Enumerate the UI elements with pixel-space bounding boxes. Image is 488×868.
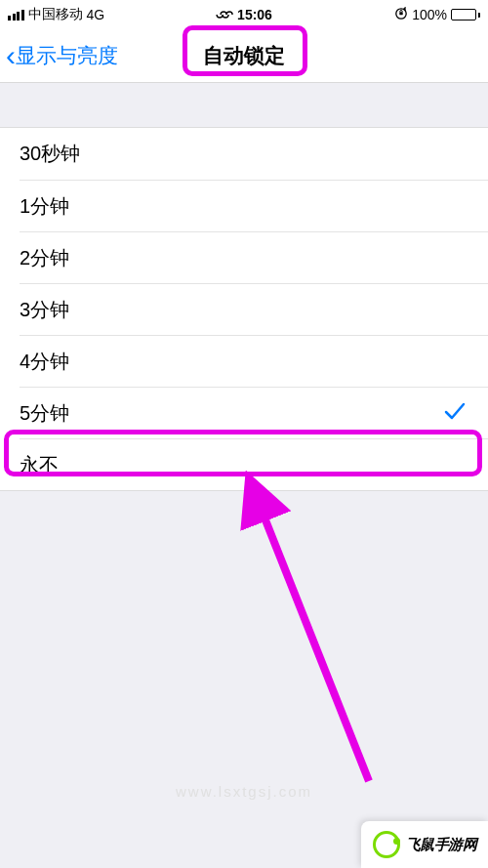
checkmark-icon <box>443 400 467 427</box>
option-never[interactable]: 永不 <box>20 438 488 490</box>
svg-line-3 <box>259 503 369 781</box>
option-label: 4分钟 <box>20 349 69 375</box>
svg-rect-1 <box>399 12 402 15</box>
auto-lock-options-list: 30秒钟 1分钟 2分钟 3分钟 4分钟 5分钟 永不 <box>0 127 488 491</box>
carrier-label: 中国移动 <box>28 6 83 23</box>
option-4min[interactable]: 4分钟 <box>20 335 488 387</box>
option-30s[interactable]: 30秒钟 <box>0 128 488 180</box>
option-label: 2分钟 <box>20 245 69 271</box>
network-label: 4G <box>87 7 105 22</box>
option-label: 5分钟 <box>20 400 69 427</box>
hotspot-icon <box>216 7 233 22</box>
option-3min[interactable]: 3分钟 <box>20 283 488 335</box>
back-label: 显示与亮度 <box>16 42 118 69</box>
back-button[interactable]: ‹ 显示与亮度 <box>6 41 118 70</box>
status-bar: 中国移动 4G 15:06 100% <box>0 0 488 29</box>
option-label: 1分钟 <box>20 193 69 220</box>
option-1min[interactable]: 1分钟 <box>20 180 488 231</box>
orientation-lock-icon <box>394 7 408 23</box>
option-label: 30秒钟 <box>20 141 80 167</box>
page-title: 自动锁定 <box>203 42 285 69</box>
option-label: 永不 <box>20 452 59 478</box>
signal-icon <box>8 10 24 21</box>
option-label: 3分钟 <box>20 297 69 323</box>
chevron-left-icon: ‹ <box>6 41 16 70</box>
site-logo-badge: 飞鼠手游网 <box>361 821 488 868</box>
battery-icon <box>451 9 480 21</box>
option-2min[interactable]: 2分钟 <box>20 231 488 283</box>
watermark-text: www.lsxtgsj.com <box>0 783 488 800</box>
nav-bar: ‹ 显示与亮度 自动锁定 <box>0 29 488 83</box>
logo-text: 飞鼠手游网 <box>406 836 477 854</box>
battery-percent: 100% <box>412 7 447 22</box>
logo-icon <box>373 831 400 858</box>
clock-time: 15:06 <box>237 7 272 22</box>
option-5min[interactable]: 5分钟 <box>20 387 488 438</box>
